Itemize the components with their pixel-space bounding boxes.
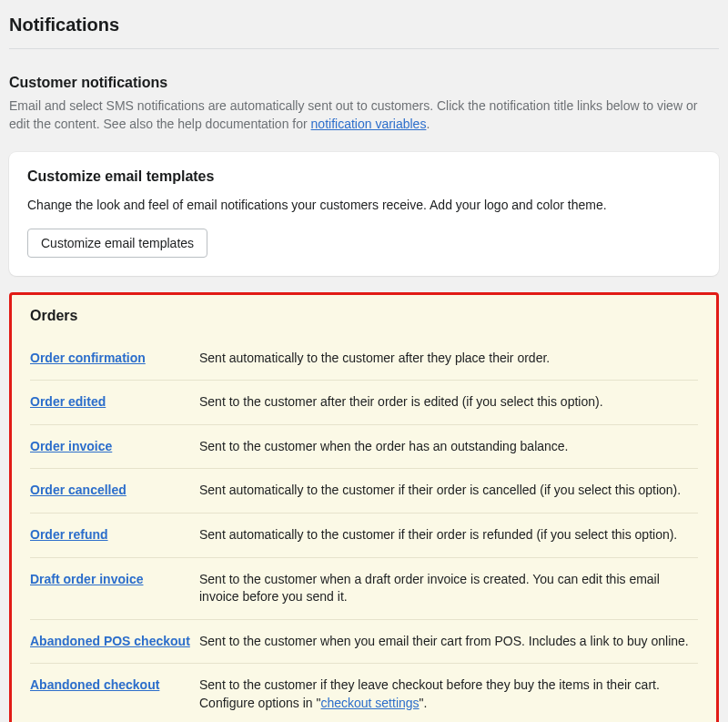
page-title: Notifications xyxy=(9,9,719,48)
order-edited-link[interactable]: Order edited xyxy=(30,394,106,409)
order-desc: Sent automatically to the customer after… xyxy=(199,350,698,368)
desc-pre: Sent to the customer if they leave check… xyxy=(199,677,660,710)
customize-templates-card: Customize email templates Change the loo… xyxy=(9,152,719,276)
order-desc: Sent to the customer when the order has … xyxy=(199,438,698,456)
order-confirmation-link[interactable]: Order confirmation xyxy=(30,351,146,365)
checkout-settings-link[interactable]: checkout settings xyxy=(320,696,419,710)
abandoned-checkout-link[interactable]: Abandoned checkout xyxy=(30,677,159,692)
orders-title: Orders xyxy=(30,308,698,324)
divider xyxy=(9,48,719,49)
order-desc: Sent automatically to the customer if th… xyxy=(199,526,698,544)
order-invoice-link[interactable]: Order invoice xyxy=(30,439,112,453)
table-row: Order edited Sent to the customer after … xyxy=(30,381,698,425)
table-row: Order refund Sent automatically to the c… xyxy=(30,514,698,558)
table-row: Abandoned checkout Sent to the customer … xyxy=(30,664,698,712)
order-cancelled-link[interactable]: Order cancelled xyxy=(30,483,126,497)
abandoned-pos-checkout-link[interactable]: Abandoned POS checkout xyxy=(30,634,190,648)
draft-order-invoice-link[interactable]: Draft order invoice xyxy=(30,572,143,586)
order-desc: Sent to the customer after their order i… xyxy=(199,393,698,412)
table-row: Order cancelled Sent automatically to th… xyxy=(30,469,698,514)
order-desc: Sent to the customer if they leave check… xyxy=(199,676,698,712)
customer-notifications-desc: Email and select SMS notifications are a… xyxy=(9,97,719,134)
order-refund-link[interactable]: Order refund xyxy=(30,527,108,542)
table-row: Order invoice Sent to the customer when … xyxy=(30,425,698,470)
table-row: Order confirmation Sent automatically to… xyxy=(30,350,698,381)
order-desc: Sent to the customer when you email thei… xyxy=(199,633,698,651)
customize-templates-desc: Change the look and feel of email notifi… xyxy=(27,198,701,212)
order-desc: Sent automatically to the customer if th… xyxy=(199,482,698,500)
table-row: Draft order invoice Sent to the customer… xyxy=(30,558,698,620)
desc-text-2: . xyxy=(426,117,430,131)
table-row: Abandoned POS checkout Sent to the custo… xyxy=(30,620,698,665)
orders-card: Orders Order confirmation Sent automatic… xyxy=(9,292,719,722)
customize-templates-button[interactable]: Customize email templates xyxy=(27,229,207,258)
notification-variables-link[interactable]: notification variables xyxy=(311,117,427,131)
desc-post: ". xyxy=(420,696,428,710)
order-desc: Sent to the customer when a draft order … xyxy=(199,571,698,606)
customer-notifications-title: Customer notifications xyxy=(9,75,719,91)
customize-templates-title: Customize email templates xyxy=(27,168,701,185)
